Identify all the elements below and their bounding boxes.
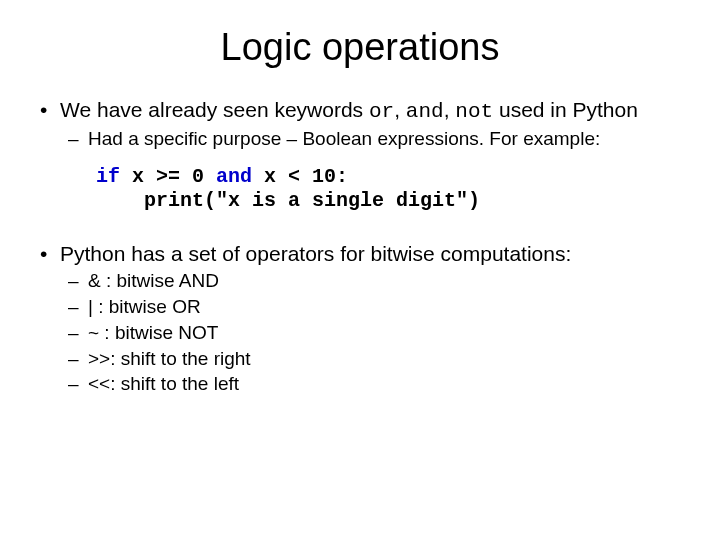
sep: , <box>444 98 456 121</box>
text-pre: We have already seen keywords <box>60 98 369 121</box>
sub-purpose: Had a specific purpose – Boolean express… <box>60 127 684 151</box>
code-keyword-and: and <box>216 165 252 188</box>
ops-list: & : bitwise AND | : bitwise OR ~ : bitwi… <box>60 269 684 396</box>
slide-title: Logic operations <box>36 26 684 69</box>
code-line2: print("x is a single digit") <box>96 189 480 212</box>
text-post: used in Python <box>493 98 638 121</box>
op-shr: >>: shift to the right <box>60 347 684 371</box>
keyword-or: or <box>369 100 394 123</box>
code-example: if x >= 0 and x < 10: print("x is a sing… <box>96 165 684 213</box>
keyword-and: and <box>406 100 444 123</box>
bullet-bitwise-text: Python has a set of operators for bitwis… <box>60 242 571 265</box>
bullet-list: We have already seen keywords or, and, n… <box>36 97 684 151</box>
sub-list: Had a specific purpose – Boolean express… <box>60 127 684 151</box>
bullet-bitwise: Python has a set of operators for bitwis… <box>36 241 684 396</box>
op-shl: <<: shift to the left <box>60 372 684 396</box>
code-keyword-if: if <box>96 165 120 188</box>
op-and: & : bitwise AND <box>60 269 684 293</box>
keyword-not: not <box>455 100 493 123</box>
bullet-keywords: We have already seen keywords or, and, n… <box>36 97 684 151</box>
op-not: ~ : bitwise NOT <box>60 321 684 345</box>
sep: , <box>394 98 406 121</box>
code-text: x >= 0 <box>120 165 216 188</box>
code-text: x < 10: <box>252 165 348 188</box>
bullet-list-2: Python has a set of operators for bitwis… <box>36 241 684 396</box>
op-or: | : bitwise OR <box>60 295 684 319</box>
